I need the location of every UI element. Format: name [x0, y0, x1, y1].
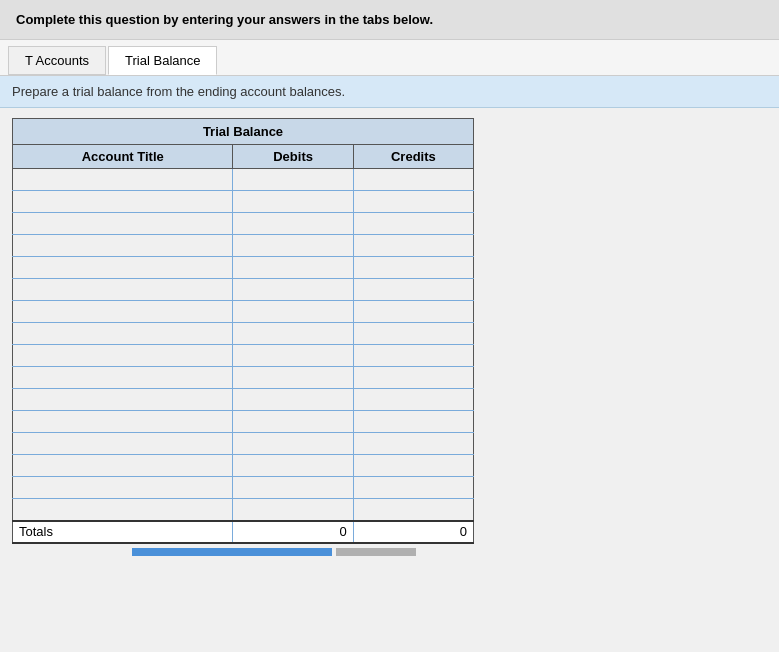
scrollbar-blue[interactable]	[132, 548, 332, 556]
table-row	[13, 279, 474, 301]
instruction-text: Complete this question by entering your …	[16, 12, 433, 27]
account-title-input[interactable]	[15, 257, 230, 278]
credits-input[interactable]	[356, 235, 471, 256]
totals-credits: 0	[353, 521, 473, 543]
account-title-input[interactable]	[15, 345, 230, 366]
account-title-input[interactable]	[15, 499, 230, 520]
account-title-input[interactable]	[15, 191, 230, 212]
debits-input[interactable]	[235, 323, 350, 344]
col-header-debits: Debits	[233, 145, 353, 169]
debits-input[interactable]	[235, 367, 350, 388]
credits-input[interactable]	[356, 169, 471, 190]
table-row	[13, 213, 474, 235]
account-title-input[interactable]	[15, 235, 230, 256]
credits-input[interactable]	[356, 213, 471, 234]
credits-input[interactable]	[356, 367, 471, 388]
debits-input[interactable]	[235, 191, 350, 212]
debits-input[interactable]	[235, 301, 350, 322]
table-row	[13, 169, 474, 191]
account-title-input[interactable]	[15, 279, 230, 300]
account-title-input[interactable]	[15, 477, 230, 498]
credits-input[interactable]	[356, 191, 471, 212]
totals-label: Totals	[13, 521, 233, 543]
table-row	[13, 499, 474, 521]
debits-input[interactable]	[235, 411, 350, 432]
credits-input[interactable]	[356, 455, 471, 476]
table-row	[13, 367, 474, 389]
account-title-input[interactable]	[15, 411, 230, 432]
credits-input[interactable]	[356, 477, 471, 498]
credits-input[interactable]	[356, 499, 471, 520]
tab-t-accounts[interactable]: T Accounts	[8, 46, 106, 75]
debits-input[interactable]	[235, 499, 350, 520]
credits-input[interactable]	[356, 389, 471, 410]
table-row	[13, 323, 474, 345]
tab-trial-balance[interactable]: Trial Balance	[108, 46, 217, 75]
account-title-input[interactable]	[15, 169, 230, 190]
credits-input[interactable]	[356, 433, 471, 454]
totals-debits: 0	[233, 521, 353, 543]
scrollbar-area	[12, 548, 474, 556]
debits-input[interactable]	[235, 477, 350, 498]
col-header-credits: Credits	[353, 145, 473, 169]
credits-input[interactable]	[356, 257, 471, 278]
main-content: Trial Balance Account Title Debits Credi…	[0, 108, 779, 566]
account-title-input[interactable]	[15, 433, 230, 454]
credits-input[interactable]	[356, 411, 471, 432]
table-row	[13, 257, 474, 279]
account-title-input[interactable]	[15, 301, 230, 322]
table-row	[13, 411, 474, 433]
table-row	[13, 389, 474, 411]
debits-input[interactable]	[235, 257, 350, 278]
debits-input[interactable]	[235, 389, 350, 410]
debits-input[interactable]	[235, 433, 350, 454]
col-header-account: Account Title	[13, 145, 233, 169]
trial-balance-table: Trial Balance Account Title Debits Credi…	[12, 118, 474, 544]
account-title-input[interactable]	[15, 367, 230, 388]
table-row	[13, 345, 474, 367]
table-row	[13, 235, 474, 257]
table-row	[13, 433, 474, 455]
table-row	[13, 191, 474, 213]
credits-input[interactable]	[356, 279, 471, 300]
debits-input[interactable]	[235, 455, 350, 476]
instruction-bar: Complete this question by entering your …	[0, 0, 779, 40]
table-row	[13, 477, 474, 499]
debits-input[interactable]	[235, 235, 350, 256]
debits-input[interactable]	[235, 345, 350, 366]
table-title: Trial Balance	[13, 119, 474, 145]
table-row	[13, 455, 474, 477]
scrollbar-gray[interactable]	[336, 548, 416, 556]
tabs-bar: T Accounts Trial Balance	[0, 40, 779, 76]
sub-instruction: Prepare a trial balance from the ending …	[0, 76, 779, 108]
account-title-input[interactable]	[15, 323, 230, 344]
debits-input[interactable]	[235, 213, 350, 234]
totals-row: Totals 0 0	[13, 521, 474, 543]
credits-input[interactable]	[356, 323, 471, 344]
account-title-input[interactable]	[15, 213, 230, 234]
credits-input[interactable]	[356, 345, 471, 366]
page-wrapper: Complete this question by entering your …	[0, 0, 779, 566]
credits-input[interactable]	[356, 301, 471, 322]
table-row	[13, 301, 474, 323]
account-title-input[interactable]	[15, 389, 230, 410]
account-title-input[interactable]	[15, 455, 230, 476]
debits-input[interactable]	[235, 169, 350, 190]
debits-input[interactable]	[235, 279, 350, 300]
